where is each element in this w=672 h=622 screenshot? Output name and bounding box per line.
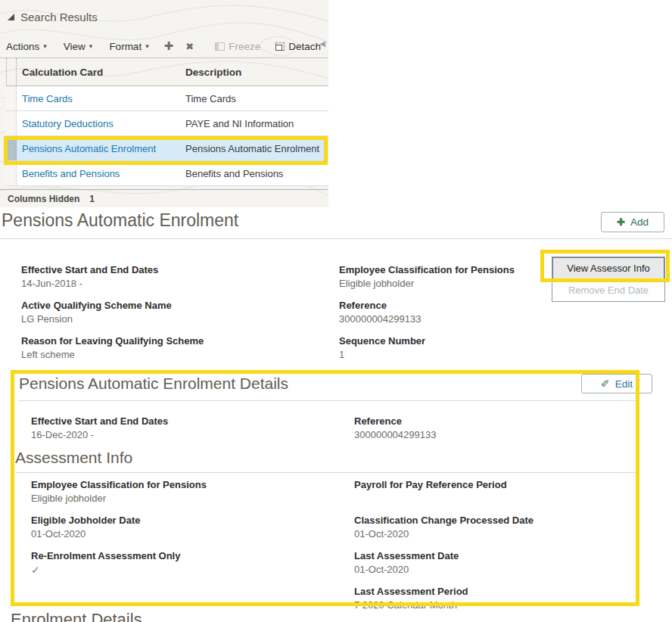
search-results-panel: Search Results Actions ▾ View ▾ Format ▾…	[0, 0, 328, 207]
assessment-fields-left: Employee Classification for Pensions Eli…	[31, 478, 334, 585]
row-header-cell[interactable]	[6, 136, 17, 160]
calculation-card-link[interactable]: Pensions Automatic Enrolment	[22, 143, 156, 154]
field-label: Re-Enrolment Assessment Only	[31, 549, 334, 563]
collapse-panel-icon[interactable]	[8, 14, 14, 20]
delete-row-icon[interactable]: ✖	[185, 41, 194, 52]
table-row[interactable]: Statutory Deductions PAYE and NI Informa…	[6, 111, 328, 136]
field-payroll-pay-reference-period: Payroll for Pay Reference Period	[354, 478, 604, 505]
details-fields-right: Reference 300000004299133	[354, 415, 604, 450]
columns-hidden-status: Columns Hidden1	[8, 194, 95, 204]
format-menu-button[interactable]: Format ▾	[109, 41, 148, 52]
edit-button[interactable]: ✐ Edit	[581, 374, 652, 393]
field-label: Reference	[354, 415, 604, 428]
chevron-down-icon: ▾	[43, 43, 47, 50]
pencil-icon: ✐	[601, 378, 610, 390]
field-value: 16-Dec-2020 -	[31, 428, 334, 442]
panel-title: Search Results	[20, 11, 98, 23]
field-value: 300000004299133	[354, 428, 604, 442]
remove-end-date-button[interactable]: Remove End Date	[552, 280, 664, 301]
field-effective-start-end-dates: Effective Start and End Dates 14-Jun-201…	[21, 263, 324, 291]
row-header-cell	[6, 58, 17, 86]
page-title: Pensions Automatic Enrolment	[2, 210, 238, 231]
summary-fields-left: Effective Start and End Dates 14-Jun-201…	[21, 263, 324, 370]
calculation-card-link[interactable]: Time Cards	[22, 93, 73, 104]
details-section-title: Pensions Automatic Enrolment Details	[19, 375, 288, 393]
panel-splitter-arrow-icon[interactable]: ◀	[319, 39, 325, 48]
field-label: Eligible Jobholder Date	[31, 514, 334, 527]
row-header-cell[interactable]	[6, 86, 17, 110]
detach-label: Detach	[288, 41, 321, 52]
field-re-enrolment-assessment-only: Re-Enrolment Assessment Only ✓	[31, 549, 334, 577]
field-value: 01-Oct-2020	[354, 527, 604, 541]
field-sequence-number: Sequence Number 1	[339, 334, 566, 362]
view-menu-button[interactable]: View ▾	[64, 41, 93, 52]
search-results-header[interactable]: Search Results	[8, 11, 98, 23]
description-cell: PAYE and NI Information	[180, 118, 328, 129]
freeze-button[interactable]: Freeze	[215, 41, 260, 52]
freeze-icon	[215, 42, 225, 51]
checkmark-icon: ✓	[31, 563, 334, 577]
calculation-card-link[interactable]: Benefits and Pensions	[22, 168, 120, 179]
field-classification-change-processed-date: Classification Change Processed Date 01-…	[354, 514, 604, 541]
actions-menu-button[interactable]: Actions ▾	[6, 41, 47, 52]
field-label: Employee Classification for Pensions	[339, 263, 566, 277]
assessment-divider	[15, 472, 636, 473]
freeze-label: Freeze	[229, 41, 260, 52]
field-value: LG Pension	[21, 313, 324, 326]
table-toolbar: Actions ▾ View ▾ Format ▾ ✚ ✖ Freeze Det…	[6, 38, 328, 54]
add-row-icon[interactable]: ✚	[164, 39, 174, 53]
field-label: Classification Change Processed Date	[354, 514, 604, 527]
field-label: Sequence Number	[339, 334, 566, 348]
field-eligible-jobholder-date: Eligible Jobholder Date 01-Oct-2020	[31, 514, 334, 541]
details-divider	[19, 400, 636, 401]
plus-icon: ✚	[617, 216, 625, 228]
assessment-info-title: Assessment Info	[15, 449, 132, 467]
actions-context-menu: View Assessor Info Remove End Date	[552, 257, 665, 302]
enrolment-details-title: Enrolment Details	[11, 610, 142, 622]
field-label: Last Assessment Period	[354, 585, 604, 599]
columns-hidden-label: Columns Hidden	[8, 194, 79, 204]
assessment-fields-right: Payroll for Pay Reference Period Classif…	[354, 478, 604, 620]
field-value: Left scheme	[21, 348, 324, 362]
column-header-calculation-card: Calculation Card	[17, 67, 180, 78]
summary-fields-right: Employee Classification for Pensions Eli…	[339, 263, 566, 370]
description-cell: Time Cards	[180, 93, 328, 104]
field-last-assessment-date: Last Assessment Date 01-Oct-2020	[354, 549, 604, 577]
field-label: Reference	[339, 299, 566, 313]
edit-button-label: Edit	[615, 378, 633, 390]
field-label: Last Assessment Date	[354, 549, 604, 563]
field-active-qualifying-scheme-name: Active Qualifying Scheme Name LG Pension	[21, 299, 324, 326]
field-employee-classification-assessment: Employee Classification for Pensions Eli…	[31, 478, 334, 505]
table-row[interactable]: Benefits and Pensions Benefits and Pensi…	[6, 161, 328, 186]
page: { "colors": { "link_blue": "#1878ad", "s…	[0, 0, 672, 622]
row-header-cell[interactable]	[6, 161, 17, 185]
column-header-description: Description	[180, 67, 328, 78]
field-value: 1	[339, 348, 566, 362]
table-bottom-border	[0, 189, 328, 190]
details-fields-left: Effective Start and End Dates 16-Dec-202…	[31, 415, 334, 450]
field-value: 7 2020 Calendar Month	[354, 599, 604, 612]
field-value: 14-Jun-2018 -	[21, 277, 324, 291]
field-value: Eligible jobholder	[339, 277, 566, 291]
field-value: 01-Oct-2020	[31, 527, 334, 541]
field-label: Effective Start and End Dates	[21, 263, 324, 277]
row-header-cell[interactable]	[6, 111, 17, 135]
field-last-assessment-period: Last Assessment Period 7 2020 Calendar M…	[354, 585, 604, 612]
field-value	[354, 492, 604, 505]
field-label: Effective Start and End Dates	[31, 415, 334, 428]
view-menu-label: View	[64, 41, 86, 52]
toolbar-divider	[0, 58, 328, 58]
field-reference-details: Reference 300000004299133	[354, 415, 604, 442]
table-row[interactable]: Time Cards Time Cards	[6, 86, 328, 111]
add-button[interactable]: ✚ Add	[601, 212, 664, 232]
calculation-card-link[interactable]: Statutory Deductions	[22, 118, 114, 129]
table-row-selected[interactable]: Pensions Automatic Enrolment Pensions Au…	[6, 136, 328, 161]
detach-button[interactable]: Detach	[275, 41, 321, 52]
field-effective-start-end-dates-details: Effective Start and End Dates 16-Dec-202…	[31, 415, 334, 442]
add-button-label: Add	[630, 216, 649, 228]
format-menu-label: Format	[109, 41, 142, 52]
field-label: Employee Classification for Pensions	[31, 478, 334, 492]
view-assessor-info-button[interactable]: View Assessor Info	[552, 257, 664, 280]
field-value: Eligible jobholder	[31, 492, 334, 505]
chevron-down-icon: ▾	[89, 43, 93, 50]
